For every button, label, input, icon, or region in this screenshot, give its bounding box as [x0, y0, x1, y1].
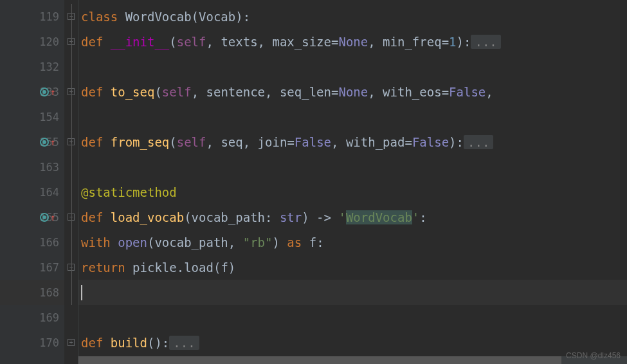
fold-expand-icon[interactable]: + — [68, 339, 75, 346]
folded-code-icon[interactable]: ... — [471, 35, 500, 49]
folded-code-icon[interactable]: ... — [464, 135, 493, 149]
line-number: 154 — [33, 111, 59, 123]
code-line[interactable]: class WordVocab(Vocab): — [78, 4, 627, 29]
horizontal-scrollbar[interactable] — [78, 356, 627, 364]
fold-column: − + + + − − + — [64, 0, 78, 364]
scrollbar-thumb[interactable] — [78, 356, 561, 364]
watermark: CSDN @dlz456 — [566, 351, 621, 360]
code-line[interactable]: def load_vocab(vocab_path: str) -> 'Word… — [78, 205, 627, 230]
folded-code-icon[interactable]: ... — [169, 336, 199, 350]
code-line[interactable] — [78, 154, 627, 179]
code-line[interactable]: def to_seq(self, sentence, seq_len=None,… — [78, 79, 627, 104]
code-line[interactable]: def build():... — [78, 330, 627, 355]
override-marker-icon[interactable]: ↑ — [40, 87, 55, 97]
code-line[interactable]: def __init__(self, texts, max_size=None,… — [78, 29, 627, 54]
code-line[interactable]: with open(vocab_path, "rb") as f: — [78, 230, 627, 255]
line-number: 119 — [33, 10, 59, 23]
code-line[interactable] — [78, 54, 627, 79]
line-number: 120 — [33, 35, 59, 48]
gutter: 119 120 132 133↑ 154 155↑ 163 164 165↑ 1… — [0, 0, 64, 364]
line-number: 169 — [33, 311, 59, 324]
line-number: 168 — [33, 286, 59, 299]
override-marker-icon[interactable]: ↑ — [40, 137, 55, 147]
code-line[interactable] — [78, 104, 627, 129]
override-marker-icon[interactable]: ↑ — [40, 212, 55, 223]
line-number: 167 — [33, 261, 59, 274]
line-number: 132 — [33, 60, 59, 73]
line-number: 166 — [33, 236, 59, 249]
code-line[interactable]: @staticmethod — [78, 179, 627, 205]
text-cursor — [81, 285, 82, 300]
code-editor[interactable]: 119 120 132 133↑ 154 155↑ 163 164 165↑ 1… — [0, 0, 627, 364]
code-area[interactable]: class WordVocab(Vocab): def __init__(sel… — [78, 0, 627, 364]
code-line[interactable]: return pickle.load(f) — [78, 255, 627, 280]
code-line-current[interactable] — [78, 280, 627, 305]
code-line[interactable]: def from_seq(self, seq, join=False, with… — [78, 129, 627, 154]
line-number: 170 — [33, 336, 59, 349]
code-line[interactable] — [78, 305, 627, 330]
line-number: 164 — [33, 186, 59, 199]
line-number: 163 — [33, 161, 59, 174]
